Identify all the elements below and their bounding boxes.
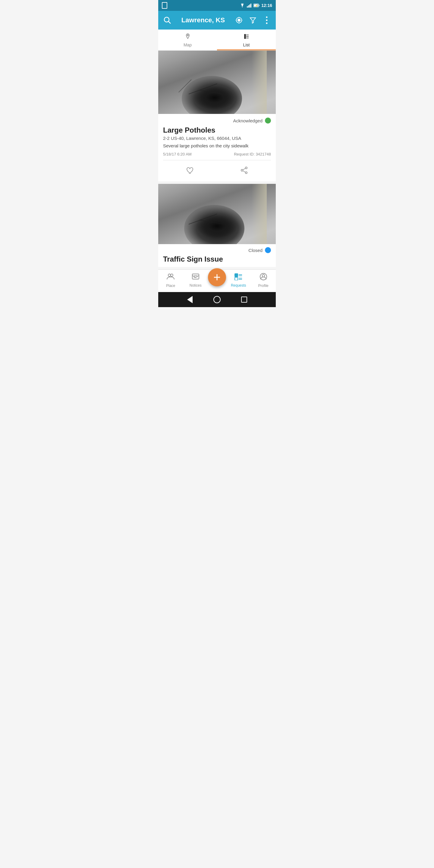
status-bar: ⚡ 12:16 [158, 0, 276, 11]
svg-point-49 [262, 275, 265, 277]
card-1-status-dot [265, 118, 271, 124]
svg-rect-45 [235, 277, 238, 280]
card-1-title: Large Potholes [163, 126, 271, 134]
nav-requests-label: Requests [231, 283, 246, 287]
system-nav-bar [158, 292, 276, 307]
svg-point-17 [266, 17, 268, 18]
sd-card-icon [162, 2, 167, 9]
svg-marker-16 [250, 18, 255, 23]
requests-icon [234, 273, 243, 282]
back-button[interactable] [186, 296, 194, 304]
svg-point-8 [164, 17, 169, 22]
toolbar-title: Lawrence, KS [176, 16, 230, 24]
notices-icon [192, 273, 199, 282]
card-1-request-id: Request ID: 3421748 [234, 152, 271, 156]
nav-notices[interactable]: Notices [183, 273, 208, 287]
nav-profile[interactable]: Profile [251, 273, 276, 288]
svg-point-32 [245, 172, 247, 174]
svg-point-31 [241, 169, 243, 171]
filter-button[interactable] [248, 16, 258, 25]
svg-point-19 [266, 23, 268, 24]
svg-rect-42 [235, 274, 238, 277]
card-2-status-dot [265, 247, 271, 253]
wifi-icon [240, 3, 245, 7]
share-button[interactable] [228, 164, 260, 177]
svg-line-34 [243, 171, 245, 173]
home-icon [213, 296, 221, 303]
svg-rect-0 [247, 6, 248, 7]
card-1-actions [163, 161, 271, 178]
card-1-address: 2-2 US-40, Lawrence, KS, 66044, USA [163, 135, 271, 141]
tab-bar: Map List [158, 30, 276, 51]
recents-icon [241, 297, 247, 303]
svg-point-36 [170, 274, 173, 276]
add-button[interactable] [208, 268, 226, 286]
tab-map-label: Map [184, 42, 192, 47]
card-2-title: Traffic Sign Issue [158, 255, 276, 267]
svg-line-9 [168, 22, 170, 24]
tab-list[interactable]: List [217, 30, 276, 50]
list-icon [243, 33, 250, 41]
map-icon [184, 33, 191, 41]
svg-rect-1 [248, 5, 249, 7]
svg-rect-37 [192, 274, 199, 279]
svg-point-35 [168, 274, 170, 276]
card-1-body: Acknowledged Large Potholes 2-2 US-40, L… [158, 114, 276, 181]
search-button[interactable] [162, 16, 172, 25]
svg-line-33 [243, 168, 245, 170]
svg-rect-5 [259, 5, 259, 6]
status-left [162, 2, 167, 9]
nav-place-label: Place [166, 284, 175, 288]
tab-indicator [217, 50, 276, 50]
bottom-nav: Place Notices [158, 270, 276, 292]
svg-point-18 [266, 20, 268, 21]
card-1-meta: 5/18/17 6:20 AM Request ID: 3421748 [163, 152, 271, 160]
location-button[interactable] [234, 16, 244, 25]
back-icon [187, 296, 193, 303]
content-area: Acknowledged Large Potholes 2-2 US-40, L… [158, 51, 276, 267]
card-1-image [158, 51, 276, 114]
card-2-image [158, 184, 276, 244]
more-options-button[interactable] [262, 16, 272, 25]
nav-requests[interactable]: Requests [226, 273, 251, 287]
battery-icon: ⚡ [253, 3, 259, 7]
place-icon [166, 273, 175, 282]
tab-list-label: List [243, 42, 250, 47]
profile-icon [259, 273, 267, 282]
tab-map[interactable]: Map [158, 30, 217, 50]
card-2-status-row: Closed [158, 244, 276, 255]
card-1-status-row: Acknowledged [163, 118, 271, 124]
home-button[interactable] [213, 296, 221, 304]
svg-text:⚡: ⚡ [255, 4, 258, 7]
card-1-date: 5/18/17 6:20 AM [163, 152, 192, 156]
svg-point-30 [245, 167, 247, 169]
svg-point-20 [187, 35, 188, 36]
time-display: 12:16 [261, 3, 272, 8]
svg-point-10 [238, 19, 240, 22]
nav-place[interactable]: Place [158, 273, 183, 288]
like-button[interactable] [174, 164, 207, 177]
nav-profile-label: Profile [258, 284, 269, 288]
request-card-1[interactable]: Acknowledged Large Potholes 2-2 US-40, L… [158, 51, 276, 181]
status-right: ⚡ 12:16 [240, 3, 272, 8]
svg-rect-2 [249, 4, 250, 7]
recents-button[interactable] [240, 296, 248, 304]
card-2-status-label: Closed [248, 248, 262, 253]
svg-rect-3 [250, 4, 251, 7]
card-1-description: Several large potholes on the city sidew… [163, 143, 271, 148]
toolbar: Lawrence, KS [158, 11, 276, 30]
nav-notices-label: Notices [190, 283, 202, 287]
card-1-status-label: Acknowledged [233, 118, 262, 123]
signal-icon [247, 3, 252, 7]
request-card-2[interactable]: Closed Traffic Sign Issue [158, 184, 276, 267]
